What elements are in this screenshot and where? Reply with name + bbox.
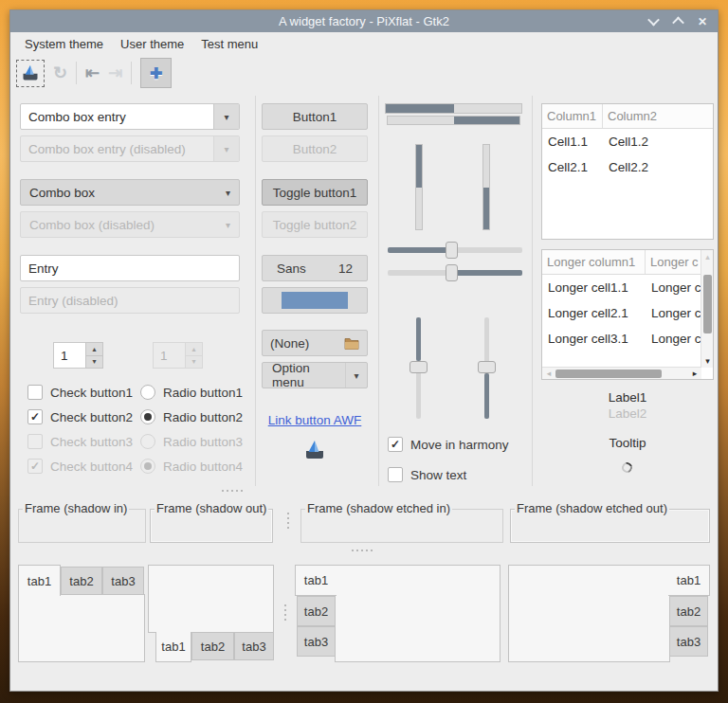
combo-box-entry[interactable]: Combo box entry ▾ — [20, 103, 240, 130]
table-row[interactable]: Cell2.1 Cell2.2 — [542, 154, 713, 180]
vertical-scrollbar[interactable]: ▴ ▾ — [701, 250, 713, 368]
tab-tab3[interactable]: tab3 — [234, 632, 274, 660]
radio-3-label: Radio button3 — [163, 435, 243, 449]
checkbox-1-label: Check button1 — [50, 386, 133, 400]
notebook-tabs-top: tab1 tab2 tab3 — [18, 565, 145, 662]
titlebar[interactable]: A widget factory - PiXflat - Gtk2 ✕ — [10, 10, 718, 32]
link-button[interactable]: Link button AWF — [250, 413, 379, 427]
scroll-right-icon[interactable]: ▸ — [690, 368, 700, 380]
frame-label: Frame (shadow in) — [23, 501, 129, 515]
spin-button[interactable]: 1 ▴ ▾ — [53, 342, 103, 369]
checkbox-3-disabled — [27, 434, 43, 449]
minimize-button[interactable] — [647, 16, 659, 27]
hscale-fill — [388, 247, 452, 253]
tab-tab1[interactable]: tab1 — [668, 565, 710, 596]
toolbar-awf-button[interactable] — [16, 60, 45, 87]
checkbox-4-label: Check button4 — [50, 460, 133, 474]
scroll-down-icon[interactable]: ▾ — [701, 356, 714, 366]
vscale-handle[interactable] — [478, 361, 496, 373]
check-radio-row: Check button3 Radio button3 — [27, 433, 243, 450]
spin-down-button[interactable]: ▾ — [85, 356, 103, 370]
paned-handle[interactable] — [352, 550, 373, 551]
spin-disabled-value: 1 — [153, 342, 185, 369]
table-row[interactable]: Longer cell1.1 Longer c — [542, 275, 701, 300]
tab-tab2[interactable]: tab2 — [669, 596, 708, 626]
move-in-harmony-checkbox[interactable]: ✓ — [388, 437, 403, 452]
close-button[interactable]: ✕ — [697, 16, 708, 27]
frame-shadow-etched-in: Frame (shadow etched in) — [300, 509, 503, 543]
hscale-handle[interactable] — [446, 264, 458, 281]
progress-fill — [483, 188, 489, 230]
spin-value[interactable]: 1 — [53, 342, 85, 369]
hscale-handle[interactable] — [446, 242, 458, 259]
notebook-tabs-bottom: tab1 tab2 tab3 — [148, 565, 274, 662]
file-chooser-button[interactable]: (None) — [262, 330, 368, 356]
table-row[interactable]: Longer cell2.1 Longer c — [542, 300, 701, 326]
radio-4-label: Radio button4 — [163, 460, 243, 474]
tab-tab3[interactable]: tab3 — [669, 626, 708, 657]
scrollbar-thumb[interactable] — [703, 275, 712, 333]
scrollbar-thumb[interactable] — [555, 370, 662, 378]
font-button[interactable]: Sans 12 — [262, 255, 368, 281]
combo-box[interactable]: Combo box ▾ — [20, 179, 240, 206]
check-radio-row: ✓ Check button2 Radio button2 — [27, 408, 243, 425]
tab-tab1[interactable]: tab1 — [18, 565, 61, 596]
tab-tab2[interactable]: tab2 — [191, 632, 234, 660]
vscale-handle[interactable] — [410, 361, 428, 373]
column-header[interactable]: Longer c — [646, 250, 701, 274]
paned-handle[interactable] — [287, 513, 289, 529]
maximize-button[interactable] — [672, 16, 683, 27]
progress-fill — [416, 145, 422, 188]
label2-disabled: Label2 — [541, 406, 714, 421]
refresh-icon[interactable]: ↻ — [53, 64, 67, 81]
color-button[interactable] — [262, 287, 368, 314]
toolbar-plus-toggle[interactable]: ✚ — [140, 58, 172, 88]
go-first-icon[interactable]: ⇤ — [85, 64, 100, 81]
tab-tab1[interactable]: tab1 — [295, 565, 337, 596]
tab-label: tab2 — [201, 640, 225, 654]
tab-tab2[interactable]: tab2 — [61, 567, 102, 595]
horizontal-scrollbar[interactable]: ◂ ▸ — [542, 367, 701, 379]
menu-system-theme[interactable]: System theme — [16, 37, 112, 51]
scroll-left-icon[interactable]: ◂ — [544, 368, 554, 380]
toolbar-separator — [76, 62, 77, 84]
combo-box-entry-disabled-value: Combo box entry (disabled) — [21, 142, 186, 156]
radio-1[interactable] — [140, 385, 155, 400]
notebook-content — [18, 594, 145, 662]
button1[interactable]: Button1 — [262, 103, 368, 130]
toolbar-separator — [131, 62, 132, 84]
column-header[interactable]: Longer column1 — [542, 250, 646, 274]
notebook-content — [148, 565, 274, 633]
tab-tab3[interactable]: tab3 — [102, 567, 144, 595]
tab-tab2[interactable]: tab2 — [297, 596, 336, 626]
frame-shadow-out: Frame (shadow out) — [150, 509, 273, 543]
tab-label: tab2 — [69, 574, 93, 588]
progress-fill — [386, 104, 454, 113]
move-in-harmony-row: ✓ Move in harmony — [388, 436, 509, 453]
table-row[interactable]: Cell1.1 Cell1.2 — [542, 129, 713, 154]
menu-user-theme[interactable]: User theme — [112, 37, 192, 51]
scroll-up-icon[interactable]: ▴ — [701, 252, 714, 261]
paned-handle[interactable] — [284, 604, 286, 621]
spin-up-button[interactable]: ▴ — [85, 342, 103, 356]
checkbox-1[interactable] — [27, 385, 43, 400]
column-header[interactable]: Column1 — [542, 104, 603, 128]
tab-tab3[interactable]: tab3 — [297, 626, 336, 657]
column-header[interactable]: Column2 — [603, 104, 713, 128]
chevron-down-icon[interactable]: ▾ — [213, 104, 239, 129]
column-separator — [255, 96, 256, 486]
radio-2[interactable] — [140, 409, 155, 424]
show-text-checkbox[interactable] — [388, 467, 403, 482]
text-entry[interactable]: Entry — [20, 255, 240, 281]
paned-handle[interactable] — [222, 490, 243, 492]
option-menu[interactable]: Option menu ▾ — [262, 362, 368, 388]
checkbox-2[interactable]: ✓ — [27, 409, 43, 424]
progress-bar-rtl — [387, 116, 520, 125]
tab-tab1[interactable]: tab1 — [155, 632, 191, 662]
treeview-2-header: Longer column1 Longer c — [542, 250, 701, 275]
menu-test-menu[interactable]: Test menu — [192, 37, 266, 51]
frame-shadow-etched-out: Frame (shadow etched out) — [510, 509, 710, 543]
table-row[interactable]: Longer cell3.1 Longer c — [542, 326, 701, 352]
combo-box-disabled-value: Combo box (disabled) — [29, 218, 155, 232]
toggle-button1[interactable]: Toggle button1 — [262, 179, 368, 206]
